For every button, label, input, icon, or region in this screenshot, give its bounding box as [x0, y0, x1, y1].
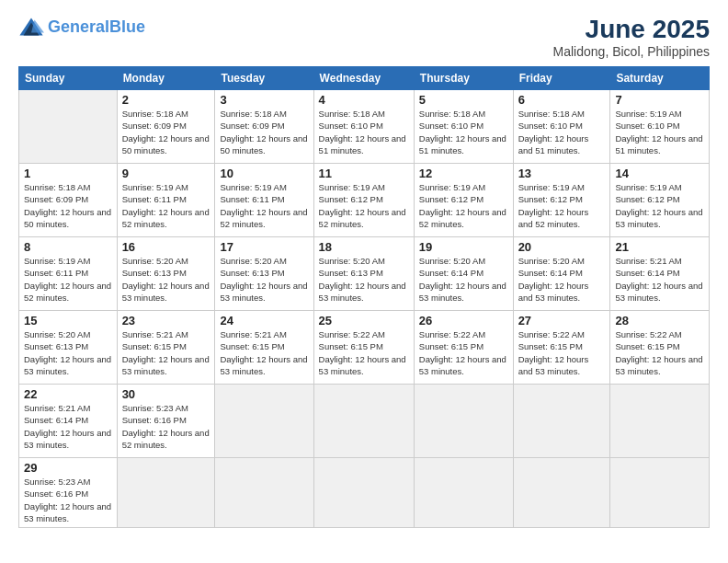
logo-text: GeneralBlue [48, 18, 145, 37]
table-row: 16 Sunrise: 5:20 AM Sunset: 6:13 PM Dayl… [117, 237, 215, 311]
day-info: Sunrise: 5:23 AM Sunset: 6:16 PM Dayligh… [24, 476, 112, 524]
table-row: 25 Sunrise: 5:22 AM Sunset: 6:15 PM Dayl… [313, 311, 414, 385]
col-monday: Monday [117, 67, 215, 90]
table-row: 7 Sunrise: 5:19 AM Sunset: 6:10 PM Dayli… [610, 90, 710, 164]
day-number: 17 [220, 240, 308, 254]
day-info: Sunrise: 5:20 AM Sunset: 6:13 PM Dayligh… [24, 328, 112, 377]
table-row: 28 Sunrise: 5:22 AM Sunset: 6:15 PM Dayl… [610, 311, 710, 385]
table-row: 26 Sunrise: 5:22 AM Sunset: 6:15 PM Dayl… [414, 311, 513, 385]
day-info: Sunrise: 5:18 AM Sunset: 6:09 PM Dayligh… [122, 108, 210, 156]
day-number: 5 [419, 93, 508, 107]
day-info: Sunrise: 5:23 AM Sunset: 6:16 PM Dayligh… [122, 402, 210, 451]
table-row: 18 Sunrise: 5:20 AM Sunset: 6:13 PM Dayl… [313, 237, 414, 311]
table-row: 24 Sunrise: 5:21 AM Sunset: 6:15 PM Dayl… [215, 311, 313, 385]
day-number: 16 [122, 240, 210, 254]
calendar-row: 22 Sunrise: 5:21 AM Sunset: 6:14 PM Dayl… [19, 385, 710, 458]
title-block: June 2025 Malidong, Bicol, Philippines [553, 15, 710, 59]
col-friday: Friday [513, 67, 610, 90]
day-number: 9 [122, 167, 210, 180]
calendar-header-row: Sunday Monday Tuesday Wednesday Thursday… [19, 67, 710, 90]
table-row: 30 Sunrise: 5:23 AM Sunset: 6:16 PM Dayl… [117, 385, 215, 458]
col-thursday: Thursday [414, 67, 513, 90]
calendar: Sunday Monday Tuesday Wednesday Thursday… [18, 66, 710, 528]
table-row: 6 Sunrise: 5:18 AM Sunset: 6:10 PM Dayli… [513, 90, 610, 164]
day-number: 27 [518, 314, 606, 327]
day-info: Sunrise: 5:20 AM Sunset: 6:14 PM Dayligh… [518, 255, 606, 304]
table-row: 21 Sunrise: 5:21 AM Sunset: 6:14 PM Dayl… [610, 237, 710, 311]
day-info: Sunrise: 5:20 AM Sunset: 6:13 PM Dayligh… [122, 255, 210, 304]
day-number: 19 [419, 240, 508, 254]
table-row: 27 Sunrise: 5:22 AM Sunset: 6:15 PM Dayl… [513, 311, 610, 385]
day-info: Sunrise: 5:19 AM Sunset: 6:10 PM Dayligh… [615, 108, 704, 156]
calendar-row: 15 Sunrise: 5:20 AM Sunset: 6:13 PM Dayl… [19, 311, 710, 385]
day-info: Sunrise: 5:21 AM Sunset: 6:14 PM Dayligh… [24, 402, 112, 451]
logo: GeneralBlue [18, 15, 145, 40]
day-info: Sunrise: 5:19 AM Sunset: 6:12 PM Dayligh… [518, 181, 606, 230]
table-row: 11 Sunrise: 5:19 AM Sunset: 6:12 PM Dayl… [313, 164, 414, 237]
table-row [19, 90, 118, 164]
table-row [610, 458, 710, 528]
day-number: 23 [122, 314, 210, 327]
table-row [610, 385, 710, 458]
day-info: Sunrise: 5:22 AM Sunset: 6:15 PM Dayligh… [419, 328, 508, 377]
day-info: Sunrise: 5:21 AM Sunset: 6:14 PM Dayligh… [615, 255, 704, 304]
col-tuesday: Tuesday [215, 67, 313, 90]
table-row: 3 Sunrise: 5:18 AM Sunset: 6:09 PM Dayli… [215, 90, 313, 164]
table-row: 2 Sunrise: 5:18 AM Sunset: 6:09 PM Dayli… [117, 90, 215, 164]
day-number: 29 [24, 461, 112, 475]
table-row: 4 Sunrise: 5:18 AM Sunset: 6:10 PM Dayli… [313, 90, 414, 164]
day-info: Sunrise: 5:19 AM Sunset: 6:11 PM Dayligh… [122, 181, 210, 230]
logo-icon [18, 15, 44, 40]
day-number: 10 [220, 167, 308, 180]
calendar-row: 2 Sunrise: 5:18 AM Sunset: 6:09 PM Dayli… [19, 90, 710, 164]
day-info: Sunrise: 5:22 AM Sunset: 6:15 PM Dayligh… [615, 328, 704, 377]
table-row [414, 458, 513, 528]
day-number: 1 [24, 167, 112, 180]
day-info: Sunrise: 5:19 AM Sunset: 6:12 PM Dayligh… [319, 181, 409, 230]
table-row [215, 458, 313, 528]
table-row: 13 Sunrise: 5:19 AM Sunset: 6:12 PM Dayl… [513, 164, 610, 237]
col-wednesday: Wednesday [313, 67, 414, 90]
day-number: 7 [615, 93, 704, 107]
day-number: 24 [220, 314, 308, 327]
day-number: 2 [122, 93, 210, 107]
table-row: 10 Sunrise: 5:19 AM Sunset: 6:11 PM Dayl… [215, 164, 313, 237]
day-info: Sunrise: 5:21 AM Sunset: 6:15 PM Dayligh… [122, 328, 210, 377]
col-sunday: Sunday [19, 67, 118, 90]
page: GeneralBlue June 2025 Malidong, Bicol, P… [0, 0, 728, 563]
day-info: Sunrise: 5:21 AM Sunset: 6:15 PM Dayligh… [220, 328, 308, 377]
day-number: 21 [615, 240, 704, 254]
day-number: 3 [220, 93, 308, 107]
table-row: 20 Sunrise: 5:20 AM Sunset: 6:14 PM Dayl… [513, 237, 610, 311]
day-number: 11 [319, 167, 409, 180]
header: GeneralBlue June 2025 Malidong, Bicol, P… [18, 15, 710, 59]
calendar-row: 1 Sunrise: 5:18 AM Sunset: 6:09 PM Dayli… [19, 164, 710, 237]
day-number: 14 [615, 167, 704, 180]
table-row: 1 Sunrise: 5:18 AM Sunset: 6:09 PM Dayli… [19, 164, 118, 237]
table-row: 17 Sunrise: 5:20 AM Sunset: 6:13 PM Dayl… [215, 237, 313, 311]
day-info: Sunrise: 5:19 AM Sunset: 6:11 PM Dayligh… [24, 255, 112, 304]
table-row: 29 Sunrise: 5:23 AM Sunset: 6:16 PM Dayl… [19, 458, 118, 528]
day-info: Sunrise: 5:20 AM Sunset: 6:14 PM Dayligh… [419, 255, 508, 304]
day-info: Sunrise: 5:18 AM Sunset: 6:10 PM Dayligh… [419, 108, 508, 156]
day-number: 30 [122, 387, 210, 401]
day-info: Sunrise: 5:19 AM Sunset: 6:11 PM Dayligh… [220, 181, 308, 230]
day-info: Sunrise: 5:18 AM Sunset: 6:10 PM Dayligh… [319, 108, 409, 156]
day-info: Sunrise: 5:18 AM Sunset: 6:09 PM Dayligh… [220, 108, 308, 156]
calendar-row: 29 Sunrise: 5:23 AM Sunset: 6:16 PM Dayl… [19, 458, 710, 528]
day-number: 12 [419, 167, 508, 180]
day-number: 22 [24, 387, 112, 401]
day-info: Sunrise: 5:22 AM Sunset: 6:15 PM Dayligh… [518, 328, 606, 377]
day-number: 20 [518, 240, 606, 254]
day-number: 26 [419, 314, 508, 327]
table-row: 15 Sunrise: 5:20 AM Sunset: 6:13 PM Dayl… [19, 311, 118, 385]
table-row: 14 Sunrise: 5:19 AM Sunset: 6:12 PM Dayl… [610, 164, 710, 237]
day-number: 18 [319, 240, 409, 254]
day-number: 15 [24, 314, 112, 327]
table-row [215, 385, 313, 458]
table-row: 8 Sunrise: 5:19 AM Sunset: 6:11 PM Dayli… [19, 237, 118, 311]
col-saturday: Saturday [610, 67, 710, 90]
table-row [513, 385, 610, 458]
day-info: Sunrise: 5:18 AM Sunset: 6:09 PM Dayligh… [24, 181, 112, 230]
table-row [117, 458, 215, 528]
